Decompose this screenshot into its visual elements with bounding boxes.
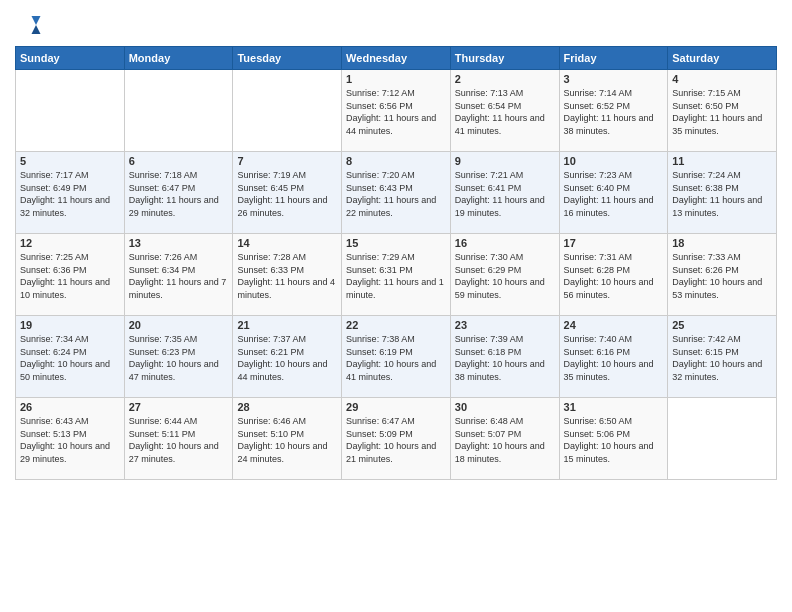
calendar-cell	[124, 70, 233, 152]
calendar-cell: 16Sunrise: 7:30 AM Sunset: 6:29 PM Dayli…	[450, 234, 559, 316]
day-header-sunday: Sunday	[16, 47, 125, 70]
calendar-cell: 5Sunrise: 7:17 AM Sunset: 6:49 PM Daylig…	[16, 152, 125, 234]
cell-info: Sunrise: 6:48 AM Sunset: 5:07 PM Dayligh…	[455, 415, 555, 465]
cell-info: Sunrise: 7:14 AM Sunset: 6:52 PM Dayligh…	[564, 87, 664, 137]
cell-info: Sunrise: 6:47 AM Sunset: 5:09 PM Dayligh…	[346, 415, 446, 465]
day-number: 2	[455, 73, 555, 85]
cell-info: Sunrise: 7:29 AM Sunset: 6:31 PM Dayligh…	[346, 251, 446, 301]
calendar-cell: 25Sunrise: 7:42 AM Sunset: 6:15 PM Dayli…	[668, 316, 777, 398]
calendar-week-4: 19Sunrise: 7:34 AM Sunset: 6:24 PM Dayli…	[16, 316, 777, 398]
day-number: 28	[237, 401, 337, 413]
day-number: 27	[129, 401, 229, 413]
calendar-cell: 3Sunrise: 7:14 AM Sunset: 6:52 PM Daylig…	[559, 70, 668, 152]
day-number: 21	[237, 319, 337, 331]
calendar-cell: 30Sunrise: 6:48 AM Sunset: 5:07 PM Dayli…	[450, 398, 559, 480]
calendar-cell: 7Sunrise: 7:19 AM Sunset: 6:45 PM Daylig…	[233, 152, 342, 234]
calendar-week-3: 12Sunrise: 7:25 AM Sunset: 6:36 PM Dayli…	[16, 234, 777, 316]
day-number: 26	[20, 401, 120, 413]
cell-info: Sunrise: 7:39 AM Sunset: 6:18 PM Dayligh…	[455, 333, 555, 383]
day-number: 11	[672, 155, 772, 167]
day-number: 20	[129, 319, 229, 331]
day-number: 30	[455, 401, 555, 413]
calendar-cell: 13Sunrise: 7:26 AM Sunset: 6:34 PM Dayli…	[124, 234, 233, 316]
calendar-cell: 11Sunrise: 7:24 AM Sunset: 6:38 PM Dayli…	[668, 152, 777, 234]
day-number: 25	[672, 319, 772, 331]
calendar-cell: 26Sunrise: 6:43 AM Sunset: 5:13 PM Dayli…	[16, 398, 125, 480]
cell-info: Sunrise: 7:34 AM Sunset: 6:24 PM Dayligh…	[20, 333, 120, 383]
calendar-cell	[233, 70, 342, 152]
cell-info: Sunrise: 7:13 AM Sunset: 6:54 PM Dayligh…	[455, 87, 555, 137]
svg-marker-0	[32, 16, 41, 25]
cell-info: Sunrise: 6:46 AM Sunset: 5:10 PM Dayligh…	[237, 415, 337, 465]
calendar-cell	[668, 398, 777, 480]
cell-info: Sunrise: 7:37 AM Sunset: 6:21 PM Dayligh…	[237, 333, 337, 383]
logo	[15, 10, 49, 40]
calendar-cell: 22Sunrise: 7:38 AM Sunset: 6:19 PM Dayli…	[342, 316, 451, 398]
cell-info: Sunrise: 7:31 AM Sunset: 6:28 PM Dayligh…	[564, 251, 664, 301]
calendar-cell: 1Sunrise: 7:12 AM Sunset: 6:56 PM Daylig…	[342, 70, 451, 152]
cell-info: Sunrise: 7:25 AM Sunset: 6:36 PM Dayligh…	[20, 251, 120, 301]
calendar-cell: 14Sunrise: 7:28 AM Sunset: 6:33 PM Dayli…	[233, 234, 342, 316]
day-number: 17	[564, 237, 664, 249]
cell-info: Sunrise: 7:21 AM Sunset: 6:41 PM Dayligh…	[455, 169, 555, 219]
day-number: 16	[455, 237, 555, 249]
day-header-thursday: Thursday	[450, 47, 559, 70]
cell-info: Sunrise: 7:19 AM Sunset: 6:45 PM Dayligh…	[237, 169, 337, 219]
day-number: 18	[672, 237, 772, 249]
calendar-cell: 28Sunrise: 6:46 AM Sunset: 5:10 PM Dayli…	[233, 398, 342, 480]
day-header-saturday: Saturday	[668, 47, 777, 70]
day-header-tuesday: Tuesday	[233, 47, 342, 70]
day-number: 24	[564, 319, 664, 331]
cell-info: Sunrise: 7:12 AM Sunset: 6:56 PM Dayligh…	[346, 87, 446, 137]
day-number: 7	[237, 155, 337, 167]
day-header-wednesday: Wednesday	[342, 47, 451, 70]
calendar-cell: 9Sunrise: 7:21 AM Sunset: 6:41 PM Daylig…	[450, 152, 559, 234]
calendar-cell: 8Sunrise: 7:20 AM Sunset: 6:43 PM Daylig…	[342, 152, 451, 234]
cell-info: Sunrise: 7:26 AM Sunset: 6:34 PM Dayligh…	[129, 251, 229, 301]
day-number: 9	[455, 155, 555, 167]
cell-info: Sunrise: 7:17 AM Sunset: 6:49 PM Dayligh…	[20, 169, 120, 219]
calendar-week-1: 1Sunrise: 7:12 AM Sunset: 6:56 PM Daylig…	[16, 70, 777, 152]
calendar-cell: 29Sunrise: 6:47 AM Sunset: 5:09 PM Dayli…	[342, 398, 451, 480]
cell-info: Sunrise: 7:20 AM Sunset: 6:43 PM Dayligh…	[346, 169, 446, 219]
calendar-cell: 21Sunrise: 7:37 AM Sunset: 6:21 PM Dayli…	[233, 316, 342, 398]
calendar-week-5: 26Sunrise: 6:43 AM Sunset: 5:13 PM Dayli…	[16, 398, 777, 480]
calendar-cell: 27Sunrise: 6:44 AM Sunset: 5:11 PM Dayli…	[124, 398, 233, 480]
day-number: 13	[129, 237, 229, 249]
calendar-cell: 20Sunrise: 7:35 AM Sunset: 6:23 PM Dayli…	[124, 316, 233, 398]
cell-info: Sunrise: 6:44 AM Sunset: 5:11 PM Dayligh…	[129, 415, 229, 465]
day-number: 29	[346, 401, 446, 413]
day-number: 15	[346, 237, 446, 249]
cell-info: Sunrise: 7:33 AM Sunset: 6:26 PM Dayligh…	[672, 251, 772, 301]
day-number: 8	[346, 155, 446, 167]
day-number: 6	[129, 155, 229, 167]
calendar-cell: 18Sunrise: 7:33 AM Sunset: 6:26 PM Dayli…	[668, 234, 777, 316]
day-number: 1	[346, 73, 446, 85]
calendar-cell: 31Sunrise: 6:50 AM Sunset: 5:06 PM Dayli…	[559, 398, 668, 480]
calendar-week-2: 5Sunrise: 7:17 AM Sunset: 6:49 PM Daylig…	[16, 152, 777, 234]
day-number: 10	[564, 155, 664, 167]
cell-info: Sunrise: 7:18 AM Sunset: 6:47 PM Dayligh…	[129, 169, 229, 219]
calendar-table: SundayMondayTuesdayWednesdayThursdayFrid…	[15, 46, 777, 480]
day-header-friday: Friday	[559, 47, 668, 70]
cell-info: Sunrise: 7:38 AM Sunset: 6:19 PM Dayligh…	[346, 333, 446, 383]
calendar-cell: 19Sunrise: 7:34 AM Sunset: 6:24 PM Dayli…	[16, 316, 125, 398]
calendar-cell: 17Sunrise: 7:31 AM Sunset: 6:28 PM Dayli…	[559, 234, 668, 316]
cell-info: Sunrise: 7:40 AM Sunset: 6:16 PM Dayligh…	[564, 333, 664, 383]
day-header-monday: Monday	[124, 47, 233, 70]
day-number: 3	[564, 73, 664, 85]
cell-info: Sunrise: 6:50 AM Sunset: 5:06 PM Dayligh…	[564, 415, 664, 465]
svg-marker-1	[32, 25, 41, 34]
day-number: 4	[672, 73, 772, 85]
calendar-cell: 24Sunrise: 7:40 AM Sunset: 6:16 PM Dayli…	[559, 316, 668, 398]
cell-info: Sunrise: 7:35 AM Sunset: 6:23 PM Dayligh…	[129, 333, 229, 383]
day-number: 14	[237, 237, 337, 249]
cell-info: Sunrise: 6:43 AM Sunset: 5:13 PM Dayligh…	[20, 415, 120, 465]
calendar-cell: 6Sunrise: 7:18 AM Sunset: 6:47 PM Daylig…	[124, 152, 233, 234]
calendar-cell: 12Sunrise: 7:25 AM Sunset: 6:36 PM Dayli…	[16, 234, 125, 316]
calendar-cell	[16, 70, 125, 152]
cell-info: Sunrise: 7:42 AM Sunset: 6:15 PM Dayligh…	[672, 333, 772, 383]
day-number: 31	[564, 401, 664, 413]
cell-info: Sunrise: 7:30 AM Sunset: 6:29 PM Dayligh…	[455, 251, 555, 301]
day-number: 12	[20, 237, 120, 249]
